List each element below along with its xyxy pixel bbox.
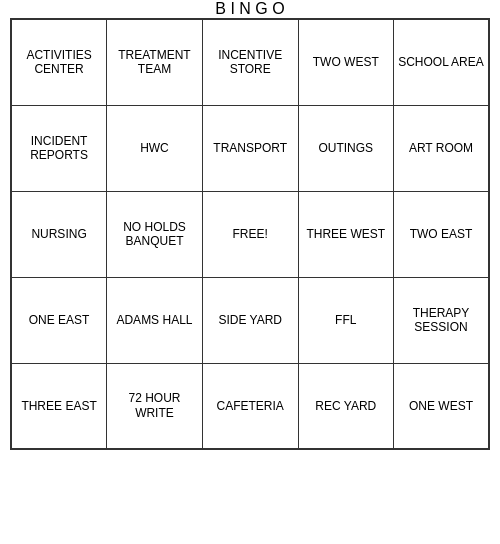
- cell-3-4: THERAPY SESSION: [393, 277, 489, 363]
- cell-2-1: NO HOLDS BANQUET: [107, 191, 203, 277]
- cell-2-2: FREE!: [202, 191, 298, 277]
- cell-3-2: SIDE YARD: [202, 277, 298, 363]
- cell-0-4: SCHOOL AREA: [393, 19, 489, 105]
- cell-3-1: ADAMS HALL: [107, 277, 203, 363]
- cell-4-1: 72 HOUR WRITE: [107, 363, 203, 449]
- cell-2-3: THREE WEST: [298, 191, 393, 277]
- cell-0-1: TREATMENT TEAM: [107, 19, 203, 105]
- cell-3-0: ONE EAST: [11, 277, 107, 363]
- cell-4-0: THREE EAST: [11, 363, 107, 449]
- bingo-grid: ACTIVITIES CENTERTREATMENT TEAMINCENTIVE…: [10, 18, 490, 450]
- cell-1-0: INCIDENT REPORTS: [11, 105, 107, 191]
- cell-2-0: NURSING: [11, 191, 107, 277]
- cell-0-2: INCENTIVE STORE: [202, 19, 298, 105]
- cell-4-3: REC YARD: [298, 363, 393, 449]
- cell-1-3: OUTINGS: [298, 105, 393, 191]
- cell-0-3: TWO WEST: [298, 19, 393, 105]
- cell-4-2: CAFETERIA: [202, 363, 298, 449]
- cell-2-4: TWO EAST: [393, 191, 489, 277]
- cell-1-1: HWC: [107, 105, 203, 191]
- cell-1-4: ART ROOM: [393, 105, 489, 191]
- cell-3-3: FFL: [298, 277, 393, 363]
- cell-0-0: ACTIVITIES CENTER: [11, 19, 107, 105]
- cell-4-4: ONE WEST: [393, 363, 489, 449]
- bingo-title: B I N G O: [215, 0, 284, 18]
- cell-1-2: TRANSPORT: [202, 105, 298, 191]
